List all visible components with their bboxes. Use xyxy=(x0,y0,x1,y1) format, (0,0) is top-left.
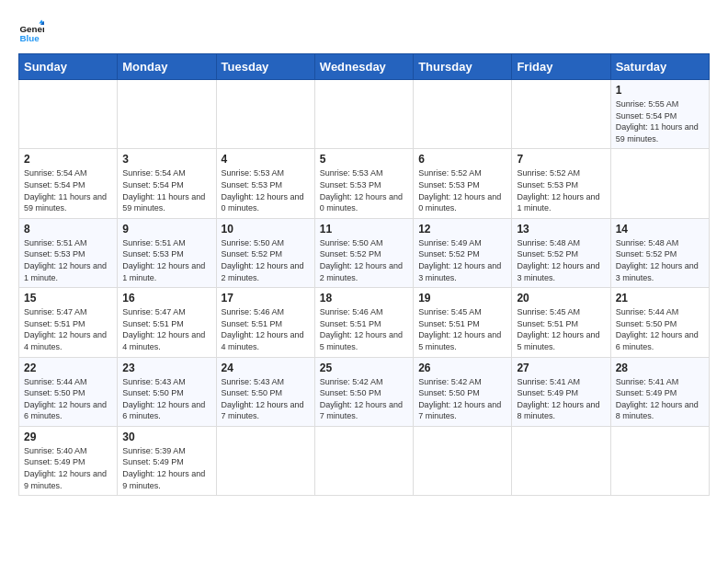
empty-cell xyxy=(19,80,118,149)
empty-cell xyxy=(118,80,216,149)
calendar-table: SundayMondayTuesdayWednesdayThursdayFrid… xyxy=(18,53,710,496)
day-number: 2 xyxy=(24,153,112,166)
calendar-container: General Blue SundayMondayTuesdayWednesda… xyxy=(0,0,728,505)
day-number: 3 xyxy=(122,153,210,166)
day-info: Sunrise: 5:50 AMSunset: 5:52 PMDaylight:… xyxy=(320,237,408,283)
day-cell-30: 30 Sunrise: 5:39 AMSunset: 5:49 PMDaylig… xyxy=(118,426,216,495)
day-info: Sunrise: 5:52 AMSunset: 5:53 PMDaylight:… xyxy=(517,167,605,213)
day-number: 8 xyxy=(24,223,112,236)
day-number: 28 xyxy=(616,362,704,374)
svg-text:Blue: Blue xyxy=(19,33,40,43)
day-cell-2: 2 Sunrise: 5:54 AMSunset: 5:54 PMDayligh… xyxy=(19,149,118,218)
day-info: Sunrise: 5:53 AMSunset: 5:53 PMDaylight:… xyxy=(222,167,310,213)
day-cell-12: 12 Sunrise: 5:49 AMSunset: 5:52 PMDaylig… xyxy=(414,218,512,287)
table-row: 15 Sunrise: 5:47 AMSunset: 5:51 PMDaylig… xyxy=(19,288,710,357)
day-cell-15: 15 Sunrise: 5:47 AMSunset: 5:51 PMDaylig… xyxy=(19,288,118,357)
day-number: 30 xyxy=(122,431,210,443)
logo: General Blue xyxy=(18,18,48,44)
empty-cell xyxy=(216,80,314,149)
empty-cell xyxy=(216,426,314,495)
day-info: Sunrise: 5:52 AMSunset: 5:53 PMDaylight:… xyxy=(418,167,506,213)
day-cell-25: 25 Sunrise: 5:42 AMSunset: 5:50 PMDaylig… xyxy=(314,357,413,426)
col-header-wednesday: Wednesday xyxy=(314,54,413,80)
day-cell-16: 16 Sunrise: 5:47 AMSunset: 5:51 PMDaylig… xyxy=(118,288,216,357)
day-info: Sunrise: 5:55 AMSunset: 5:54 PMDaylight:… xyxy=(616,98,704,144)
day-number: 17 xyxy=(222,292,310,304)
day-info: Sunrise: 5:39 AMSunset: 5:49 PMDaylight:… xyxy=(122,445,210,491)
day-info: Sunrise: 5:53 AMSunset: 5:53 PMDaylight:… xyxy=(320,167,408,213)
day-cell-3: 3 Sunrise: 5:54 AMSunset: 5:54 PMDayligh… xyxy=(118,149,216,218)
day-cell-10: 10 Sunrise: 5:50 AMSunset: 5:52 PMDaylig… xyxy=(216,218,314,287)
day-info: Sunrise: 5:44 AMSunset: 5:50 PMDaylight:… xyxy=(616,306,704,352)
day-cell-1: 1 Sunrise: 5:55 AMSunset: 5:54 PMDayligh… xyxy=(610,80,709,149)
empty-cell xyxy=(314,426,413,495)
day-cell-5: 5 Sunrise: 5:53 AMSunset: 5:53 PMDayligh… xyxy=(314,149,413,218)
day-number: 24 xyxy=(222,362,310,374)
table-row: 29 Sunrise: 5:40 AMSunset: 5:49 PMDaylig… xyxy=(19,426,710,495)
day-number: 27 xyxy=(517,362,605,374)
day-number: 22 xyxy=(24,362,112,374)
day-number: 11 xyxy=(320,223,408,236)
empty-cell xyxy=(314,80,413,149)
day-number: 14 xyxy=(616,223,704,236)
day-info: Sunrise: 5:41 AMSunset: 5:49 PMDaylight:… xyxy=(517,376,605,422)
col-header-tuesday: Tuesday xyxy=(216,54,314,80)
day-number: 16 xyxy=(122,292,210,304)
day-cell-17: 17 Sunrise: 5:46 AMSunset: 5:51 PMDaylig… xyxy=(216,288,314,357)
day-number: 25 xyxy=(320,362,408,374)
day-cell-29: 29 Sunrise: 5:40 AMSunset: 5:49 PMDaylig… xyxy=(19,426,118,495)
day-cell-20: 20 Sunrise: 5:45 AMSunset: 5:51 PMDaylig… xyxy=(512,288,610,357)
table-row: 22 Sunrise: 5:44 AMSunset: 5:50 PMDaylig… xyxy=(19,357,710,426)
day-info: Sunrise: 5:43 AMSunset: 5:50 PMDaylight:… xyxy=(222,376,310,422)
day-info: Sunrise: 5:47 AMSunset: 5:51 PMDaylight:… xyxy=(24,306,112,352)
day-cell-22: 22 Sunrise: 5:44 AMSunset: 5:50 PMDaylig… xyxy=(19,357,118,426)
day-info: Sunrise: 5:48 AMSunset: 5:52 PMDaylight:… xyxy=(616,237,704,283)
table-row: 2 Sunrise: 5:54 AMSunset: 5:54 PMDayligh… xyxy=(19,149,710,218)
day-info: Sunrise: 5:40 AMSunset: 5:49 PMDaylight:… xyxy=(24,445,112,491)
day-cell-14: 14 Sunrise: 5:48 AMSunset: 5:52 PMDaylig… xyxy=(610,218,709,287)
day-info: Sunrise: 5:42 AMSunset: 5:50 PMDaylight:… xyxy=(320,376,408,422)
header-row: SundayMondayTuesdayWednesdayThursdayFrid… xyxy=(19,54,710,80)
day-number: 10 xyxy=(222,223,310,236)
table-row: 8 Sunrise: 5:51 AMSunset: 5:53 PMDayligh… xyxy=(19,218,710,287)
day-number: 4 xyxy=(222,153,310,166)
day-info: Sunrise: 5:46 AMSunset: 5:51 PMDaylight:… xyxy=(222,306,310,352)
day-info: Sunrise: 5:45 AMSunset: 5:51 PMDaylight:… xyxy=(418,306,506,352)
day-cell-24: 24 Sunrise: 5:43 AMSunset: 5:50 PMDaylig… xyxy=(216,357,314,426)
day-number: 12 xyxy=(418,223,506,236)
day-number: 13 xyxy=(517,223,605,236)
day-info: Sunrise: 5:48 AMSunset: 5:52 PMDaylight:… xyxy=(517,237,605,283)
day-number: 1 xyxy=(616,84,704,97)
empty-cell xyxy=(610,149,709,218)
day-cell-7: 7 Sunrise: 5:52 AMSunset: 5:53 PMDayligh… xyxy=(512,149,610,218)
day-number: 20 xyxy=(517,292,605,304)
day-number: 19 xyxy=(418,292,506,304)
day-info: Sunrise: 5:49 AMSunset: 5:52 PMDaylight:… xyxy=(418,237,506,283)
day-number: 23 xyxy=(122,362,210,374)
day-number: 7 xyxy=(517,153,605,166)
col-header-saturday: Saturday xyxy=(610,54,709,80)
day-number: 26 xyxy=(418,362,506,374)
day-info: Sunrise: 5:54 AMSunset: 5:54 PMDaylight:… xyxy=(24,167,112,213)
day-cell-13: 13 Sunrise: 5:48 AMSunset: 5:52 PMDaylig… xyxy=(512,218,610,287)
day-number: 21 xyxy=(616,292,704,304)
day-info: Sunrise: 5:51 AMSunset: 5:53 PMDaylight:… xyxy=(122,237,210,283)
empty-cell xyxy=(512,426,610,495)
day-cell-9: 9 Sunrise: 5:51 AMSunset: 5:53 PMDayligh… xyxy=(118,218,216,287)
day-info: Sunrise: 5:54 AMSunset: 5:54 PMDaylight:… xyxy=(122,167,210,213)
logo-icon: General Blue xyxy=(18,18,44,44)
col-header-sunday: Sunday xyxy=(19,54,118,80)
day-info: Sunrise: 5:42 AMSunset: 5:50 PMDaylight:… xyxy=(418,376,506,422)
day-cell-11: 11 Sunrise: 5:50 AMSunset: 5:52 PMDaylig… xyxy=(314,218,413,287)
day-cell-8: 8 Sunrise: 5:51 AMSunset: 5:53 PMDayligh… xyxy=(19,218,118,287)
day-cell-4: 4 Sunrise: 5:53 AMSunset: 5:53 PMDayligh… xyxy=(216,149,314,218)
day-number: 9 xyxy=(122,223,210,236)
col-header-friday: Friday xyxy=(512,54,610,80)
day-number: 5 xyxy=(320,153,408,166)
col-header-thursday: Thursday xyxy=(414,54,512,80)
day-info: Sunrise: 5:46 AMSunset: 5:51 PMDaylight:… xyxy=(320,306,408,352)
day-cell-19: 19 Sunrise: 5:45 AMSunset: 5:51 PMDaylig… xyxy=(414,288,512,357)
day-cell-27: 27 Sunrise: 5:41 AMSunset: 5:49 PMDaylig… xyxy=(512,357,610,426)
day-cell-28: 28 Sunrise: 5:41 AMSunset: 5:49 PMDaylig… xyxy=(610,357,709,426)
empty-cell xyxy=(414,80,512,149)
